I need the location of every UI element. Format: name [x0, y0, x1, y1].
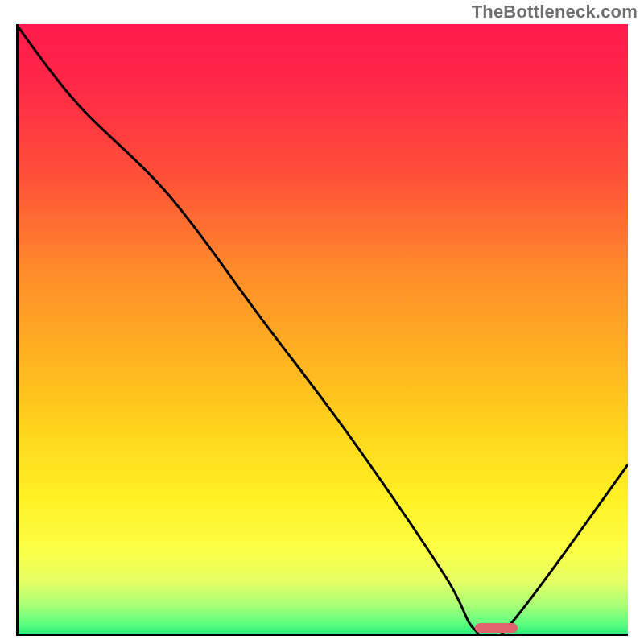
bottleneck-curve [16, 24, 628, 636]
watermark-text: TheBottleneck.com [472, 2, 638, 23]
x-axis [16, 634, 628, 636]
plot-area [16, 24, 628, 636]
good-zone-marker [475, 623, 518, 633]
chart-container: TheBottleneck.com [0, 0, 644, 644]
y-axis [16, 24, 19, 636]
